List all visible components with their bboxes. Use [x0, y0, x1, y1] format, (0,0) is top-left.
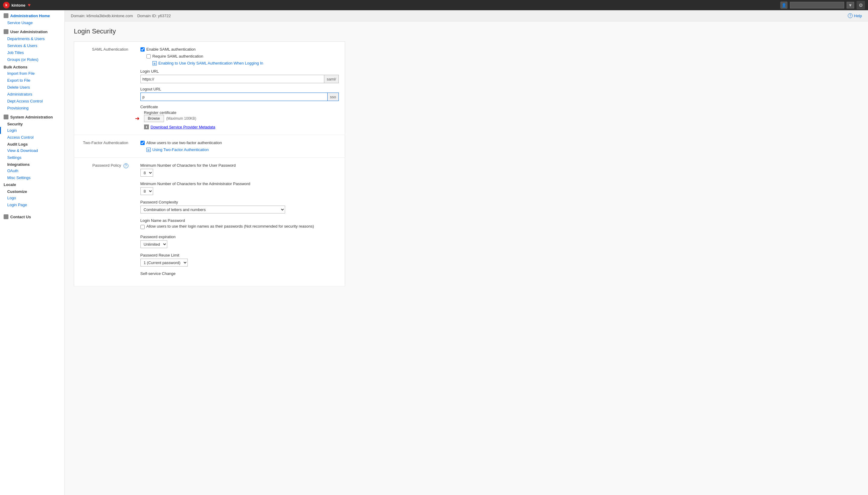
require-saml-row: Require SAML authentication — [146, 54, 339, 58]
locale-link[interactable]: Locale — [0, 181, 65, 188]
gear-icon[interactable]: ⚙ — [856, 1, 865, 9]
reuse-select[interactable]: 1 (Current password) — [140, 259, 188, 267]
logout-url-suffix: sso — [328, 92, 339, 101]
min-admin-select[interactable]: 8 — [140, 187, 153, 195]
allow-two-factor-checkbox[interactable] — [140, 141, 145, 145]
export-link[interactable]: Export to File — [0, 77, 65, 84]
logo-link[interactable]: Logo — [0, 194, 65, 201]
saml-row: SAML Authentication Enable SAML authenti… — [74, 41, 345, 135]
reuse-label: Password Reuse Limit — [140, 253, 339, 257]
complexity-select[interactable]: Combination of letters and numbers — [140, 206, 285, 214]
password-policy-row-label: Password Policy ? — [74, 158, 135, 286]
sys-admin-header: System Administration — [0, 112, 65, 121]
complexity-label: Password Complexity — [140, 200, 339, 204]
logout-url-group: Logout URL sso — [140, 87, 339, 101]
require-saml-label: Require SAML authentication — [153, 54, 204, 58]
oauth-link[interactable]: OAuth — [0, 167, 65, 174]
two-factor-row: Two-Factor Authentication Allow users to… — [74, 135, 345, 158]
import-link[interactable]: Import from File — [0, 70, 65, 77]
content-area: Login Security SAML Authentication Enabl… — [65, 21, 868, 292]
self-service-section: Self-service Change — [140, 271, 339, 276]
self-service-label: Self-service Change — [140, 271, 339, 276]
login-url-suffix: saml/ — [324, 75, 339, 83]
login-page-link[interactable]: Login Page — [0, 201, 65, 208]
password-reuse-section: Password Reuse Limit 1 (Current password… — [140, 253, 339, 267]
user-admin-icon — [4, 29, 8, 34]
expiration-select[interactable]: Unlimited — [140, 240, 167, 248]
delete-users-link[interactable]: Delete Users — [0, 84, 65, 91]
admin-home-link[interactable]: Administration Home — [10, 14, 50, 18]
min-user-select[interactable]: 8 — [140, 169, 153, 177]
logout-url-input[interactable] — [140, 92, 328, 101]
provisioning-link[interactable]: Provisioning — [0, 105, 65, 112]
saml-row-content: Enable SAML authentication Require SAML … — [135, 41, 345, 135]
domain-info: Domain: k6mola3ldxdb.kintone.com Domain … — [71, 14, 171, 18]
require-saml-checkbox[interactable] — [146, 54, 151, 58]
two-factor-row-content: Allow users to use two-factor authentica… — [135, 135, 345, 158]
app-logo: k kintone — [3, 2, 25, 8]
dept-users-link[interactable]: Departments & Users — [0, 35, 65, 42]
two-factor-row-label: Two-Factor Authentication — [74, 135, 135, 158]
settings-table: SAML Authentication Enable SAML authenti… — [74, 41, 345, 286]
login-name-checkbox[interactable] — [140, 225, 145, 229]
contact-us-icon — [4, 214, 8, 219]
login-name-password-section: Login Name as Password Allow users to us… — [140, 218, 339, 230]
audit-settings-link[interactable]: Settings — [0, 154, 65, 161]
password-expiration-section: Password expiration Unlimited — [140, 235, 339, 248]
download-metadata-link[interactable]: Download Service Provider Metadata — [151, 125, 215, 129]
login-link[interactable]: Login — [0, 127, 65, 134]
layout: Administration Home Service Usage User A… — [0, 10, 868, 495]
domain-bar: Domain: k6mola3ldxdb.kintone.com Domain … — [65, 10, 868, 21]
saml-row-label: SAML Authentication — [74, 41, 135, 135]
search-dropdown-button[interactable]: ▼ — [847, 2, 854, 8]
login-url-group: Login URL saml/ — [140, 69, 339, 83]
groups-link[interactable]: Groups (or Roles) — [0, 56, 65, 63]
login-url-label: Login URL — [140, 69, 339, 73]
administrators-link[interactable]: Administrators — [0, 91, 65, 98]
services-users-link[interactable]: Services & Users — [0, 42, 65, 49]
user-admin-label: User Administration — [10, 30, 48, 34]
logout-url-row: sso — [140, 92, 339, 101]
contact-us-header: Contact Us — [0, 211, 65, 220]
domain-id-label: Domain ID: — [137, 14, 157, 18]
customize-category: Customize — [0, 188, 65, 194]
domain-label: Domain: — [71, 14, 85, 18]
logout-url-label: Logout URL — [140, 87, 339, 91]
top-right-controls: 👤 ▼ ⚙ — [780, 1, 865, 9]
saml-doc-link[interactable]: Enabling to Use Only SAML Authentication… — [158, 61, 263, 65]
password-policy-help-icon[interactable]: ? — [124, 164, 128, 168]
dept-access-link[interactable]: Dept Access Control — [0, 98, 65, 105]
sys-admin-icon — [4, 115, 8, 119]
browse-button[interactable]: Browse — [144, 115, 164, 122]
kintone-logo-icon: k — [3, 2, 10, 8]
bulk-actions-category: Bulk Actions — [0, 63, 65, 70]
two-factor-doc-link[interactable]: Using Two-Factor Authentication — [153, 148, 209, 152]
min-admin-label: Minimum Number of Characters for the Adm… — [140, 182, 339, 186]
min-user-password-section: Minimum Number of Characters for the Use… — [140, 163, 339, 177]
min-user-label: Minimum Number of Characters for the Use… — [140, 163, 339, 168]
allow-two-factor-row: Allow users to use two-factor authentica… — [140, 140, 339, 145]
sidebar: Administration Home Service Usage User A… — [0, 10, 65, 495]
max-size-label: (Maximum 100KB) — [167, 116, 196, 121]
enable-saml-row: Enable SAML authentication — [140, 47, 339, 52]
expiration-label: Password expiration — [140, 235, 339, 239]
min-admin-password-section: Minimum Number of Characters for the Adm… — [140, 182, 339, 195]
certificate-section: Certificate Register certificate ➜ Brows… — [140, 105, 339, 122]
app-name: kintone — [12, 3, 25, 7]
two-factor-link-row: ⊞ Using Two-Factor Authentication — [146, 148, 339, 152]
job-titles-link[interactable]: Job Titles — [0, 49, 65, 56]
view-download-link[interactable]: View & Download — [0, 147, 65, 154]
red-arrow-indicator: ➜ — [135, 115, 140, 122]
domain-id-value: y63722 — [158, 14, 171, 18]
audit-logs-category: Audit Logs — [0, 141, 65, 147]
service-usage-link[interactable]: Service Usage — [0, 19, 65, 26]
misc-settings-link[interactable]: Misc Settings — [0, 174, 65, 181]
login-url-input[interactable] — [140, 75, 324, 83]
user-admin-header: User Administration — [0, 26, 65, 35]
enable-saml-checkbox[interactable] — [140, 47, 145, 52]
domain-value: k6mola3ldxdb.kintone.com — [87, 14, 133, 18]
help-link[interactable]: ? Help — [848, 13, 862, 18]
search-input[interactable] — [790, 2, 844, 8]
user-icon[interactable]: 👤 — [780, 1, 787, 9]
access-control-link[interactable]: Access Control — [0, 134, 65, 141]
